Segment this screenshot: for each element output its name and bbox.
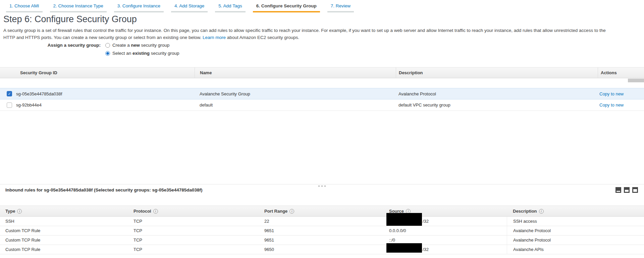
inbound-rules-title: Inbound rules for sg-05e35e44785da038f (… — [5, 187, 203, 192]
checkbox-unchecked-icon[interactable] — [7, 102, 12, 108]
radio-create-new-group[interactable]: Create a new security group — [105, 43, 179, 48]
rule-description: Avalanche Protocol — [507, 226, 644, 235]
sg-name-value: Avalanche Security Group — [195, 91, 396, 96]
description-line2: HTTP and HTTPS ports. You can create a n… — [3, 35, 203, 40]
info-icon[interactable]: i — [17, 209, 22, 214]
sg-description-value: Avalanche Protocol — [396, 91, 598, 96]
tab-choose-instance-type[interactable]: 2. Choose Instance Type — [50, 3, 107, 12]
wizard-step-tabs: 1. Choose AMI 2. Choose Instance Type 3.… — [6, 3, 361, 12]
inbound-rule-row-ssh: SSH TCP 22 /32 SSH access — [0, 217, 644, 226]
header-description[interactable]: Description — [396, 68, 598, 78]
checkbox-checked-icon[interactable] — [7, 91, 12, 96]
splitter-dot-icon — [321, 185, 323, 187]
tab-review[interactable]: 7. Review — [327, 3, 354, 12]
scrollbar-thumb[interactable] — [628, 79, 644, 82]
pane-size-medium-icon[interactable] — [624, 187, 630, 193]
header-protocol: Protocol i — [128, 206, 259, 216]
assign-security-group-options: Create a new security group Select an ex… — [105, 43, 179, 59]
header-actions: Actions — [598, 68, 644, 78]
pane-size-controls — [615, 187, 638, 193]
splitter-dot-icon — [324, 185, 326, 187]
radio-selected-icon[interactable] — [105, 51, 110, 56]
sg-name-value: default — [195, 102, 396, 108]
header-checkbox-column — [0, 68, 15, 78]
inbound-rules-table: Type i Protocol i Port Range i Source i … — [0, 206, 644, 254]
radio-select-existing-group[interactable]: Select an existing security group — [105, 51, 179, 56]
tab-configure-instance[interactable]: 3. Configure Instance — [114, 3, 164, 12]
info-icon[interactable]: i — [539, 209, 544, 214]
inbound-rule-row-9651-ipv6: Custom TCP Rule TCP 9651 ::/0 Avalanche … — [0, 235, 644, 245]
rule-port: 22 — [259, 217, 384, 226]
info-icon[interactable]: i — [153, 209, 158, 214]
info-icon[interactable]: i — [289, 209, 294, 214]
radio-unselected-icon[interactable] — [105, 43, 110, 48]
table-row-default-security-group[interactable]: sg-92bb44e4 default default VPC security… — [0, 99, 644, 111]
rule-protocol: TCP — [128, 245, 259, 254]
rule-type: Custom TCP Rule — [0, 245, 128, 254]
copy-to-new-link[interactable]: Copy to new — [599, 102, 624, 108]
rule-port: 9651 — [259, 226, 384, 235]
description-line2-tail: about Amazon EC2 security groups. — [226, 35, 299, 40]
page-title: Step 6: Configure Security Group — [3, 14, 137, 25]
pane-size-small-icon[interactable] — [615, 187, 621, 193]
rule-source: /32 — [384, 245, 507, 254]
splitter-dot-icon — [318, 185, 320, 187]
rule-source: 0.0.0.0/0 — [384, 226, 507, 235]
rule-source: /32 — [384, 217, 507, 226]
header-rule-description: Description i — [507, 206, 644, 216]
rule-type: SSH — [0, 217, 128, 226]
header-port-range: Port Range i — [259, 206, 384, 216]
table-row-avalanche-security-group[interactable]: sg-05e35e44785da038f Avalanche Security … — [0, 88, 644, 99]
assign-security-group-label: Assign a security group: — [0, 43, 101, 59]
page-description: A security group is a set of firewall ru… — [3, 27, 641, 41]
sg-description-value: default VPC security group — [396, 102, 598, 108]
learn-more-link[interactable]: Learn more — [203, 35, 226, 40]
rule-protocol: TCP — [128, 235, 259, 245]
tab-configure-security-group[interactable]: 6. Configure Security Group — [253, 3, 320, 12]
inbound-rules-bar: Inbound rules for sg-05e35e44785da038f (… — [5, 187, 638, 193]
inbound-rule-row-9651-ipv4: Custom TCP Rule TCP 9651 0.0.0.0/0 Avala… — [0, 226, 644, 235]
radio-create-new-label: Create a new security group — [112, 43, 169, 48]
description-line1: A security group is a set of firewall ru… — [3, 28, 606, 33]
redacted-ip-block — [386, 213, 422, 226]
header-name[interactable]: Name — [195, 68, 396, 78]
rule-protocol: TCP — [128, 217, 259, 226]
security-groups-table-body: sg-05e35e44785da038f Avalanche Security … — [0, 88, 644, 111]
tab-add-storage[interactable]: 4. Add Storage — [171, 3, 208, 12]
rule-protocol: TCP — [128, 226, 259, 235]
ec2-launch-wizard-page: 1. Choose AMI 2. Choose Instance Type 3.… — [0, 0, 644, 258]
rule-type: Custom TCP Rule — [0, 235, 128, 245]
rule-type: Custom TCP Rule — [0, 226, 128, 235]
redacted-ip-block — [386, 243, 422, 253]
tab-add-tags[interactable]: 5. Add Tags — [215, 3, 245, 12]
rule-description: Avalanche APIs — [507, 245, 644, 254]
rule-port: 9651 — [259, 235, 384, 245]
header-security-group-id[interactable]: Security Group ID — [15, 68, 195, 78]
pane-size-large-icon[interactable] — [632, 187, 638, 193]
rule-description: Avalanche Protocol — [507, 235, 644, 245]
sg-id-value: sg-05e35e44785da038f — [15, 91, 195, 96]
pane-splitter-handle[interactable] — [0, 184, 644, 187]
security-groups-table: Security Group ID Name Description Actio… — [0, 67, 644, 111]
inbound-rules-table-header: Type i Protocol i Port Range i Source i … — [0, 206, 644, 217]
assign-security-group-field: Assign a security group: Create a new se… — [0, 43, 179, 59]
sg-id-value: sg-92bb44e4 — [15, 102, 195, 108]
header-type: Type i — [0, 206, 128, 216]
rule-port: 9650 — [259, 245, 384, 254]
radio-select-existing-label: Select an existing security group — [112, 51, 179, 56]
rule-description: SSH access — [507, 217, 644, 226]
security-groups-table-header: Security Group ID Name Description Actio… — [0, 67, 644, 78]
inbound-rule-row-9650: Custom TCP Rule TCP 9650 /32 Avalanche A… — [0, 245, 644, 254]
tab-choose-ami[interactable]: 1. Choose AMI — [6, 3, 43, 12]
copy-to-new-link[interactable]: Copy to new — [599, 91, 624, 96]
